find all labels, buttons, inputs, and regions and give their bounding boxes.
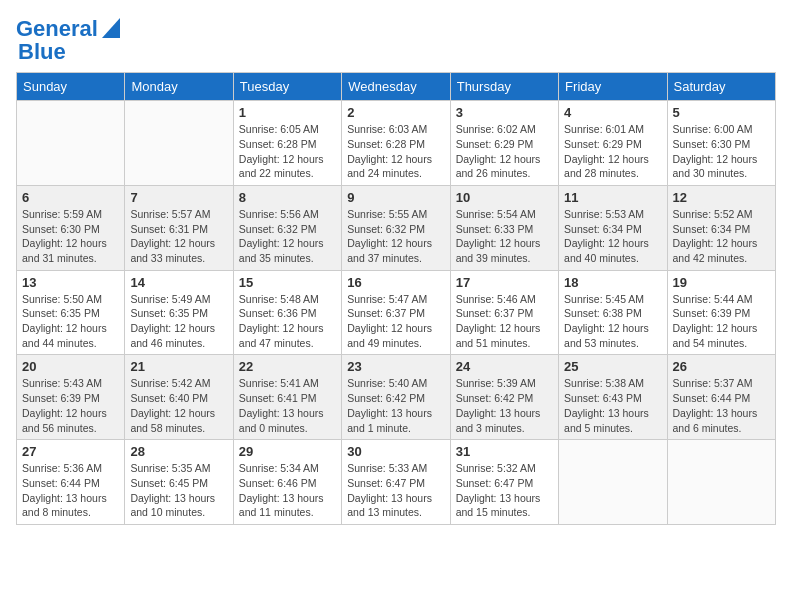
calendar-cell: 7Sunrise: 5:57 AM Sunset: 6:31 PM Daylig…: [125, 185, 233, 270]
day-number: 20: [22, 359, 119, 374]
calendar-cell: 2Sunrise: 6:03 AM Sunset: 6:28 PM Daylig…: [342, 101, 450, 186]
day-number: 15: [239, 275, 336, 290]
day-number: 4: [564, 105, 661, 120]
calendar-cell: [17, 101, 125, 186]
day-number: 9: [347, 190, 444, 205]
calendar-cell: 12Sunrise: 5:52 AM Sunset: 6:34 PM Dayli…: [667, 185, 775, 270]
day-info: Sunrise: 5:33 AM Sunset: 6:47 PM Dayligh…: [347, 461, 444, 520]
calendar-cell: 14Sunrise: 5:49 AM Sunset: 6:35 PM Dayli…: [125, 270, 233, 355]
calendar-cell: 1Sunrise: 6:05 AM Sunset: 6:28 PM Daylig…: [233, 101, 341, 186]
calendar-cell: [125, 101, 233, 186]
day-info: Sunrise: 5:38 AM Sunset: 6:43 PM Dayligh…: [564, 376, 661, 435]
day-info: Sunrise: 5:47 AM Sunset: 6:37 PM Dayligh…: [347, 292, 444, 351]
day-number: 7: [130, 190, 227, 205]
day-number: 31: [456, 444, 553, 459]
day-number: 8: [239, 190, 336, 205]
calendar-week-1: 1Sunrise: 6:05 AM Sunset: 6:28 PM Daylig…: [17, 101, 776, 186]
calendar-cell: 13Sunrise: 5:50 AM Sunset: 6:35 PM Dayli…: [17, 270, 125, 355]
day-info: Sunrise: 6:00 AM Sunset: 6:30 PM Dayligh…: [673, 122, 770, 181]
calendar-cell: 28Sunrise: 5:35 AM Sunset: 6:45 PM Dayli…: [125, 440, 233, 525]
weekday-header-saturday: Saturday: [667, 73, 775, 101]
calendar-week-2: 6Sunrise: 5:59 AM Sunset: 6:30 PM Daylig…: [17, 185, 776, 270]
calendar-week-5: 27Sunrise: 5:36 AM Sunset: 6:44 PM Dayli…: [17, 440, 776, 525]
calendar-cell: 9Sunrise: 5:55 AM Sunset: 6:32 PM Daylig…: [342, 185, 450, 270]
weekday-header-monday: Monday: [125, 73, 233, 101]
page-header: General Blue: [16, 16, 776, 64]
calendar-table: SundayMondayTuesdayWednesdayThursdayFrid…: [16, 72, 776, 525]
day-number: 23: [347, 359, 444, 374]
svg-marker-0: [102, 18, 120, 38]
day-info: Sunrise: 5:57 AM Sunset: 6:31 PM Dayligh…: [130, 207, 227, 266]
day-info: Sunrise: 5:56 AM Sunset: 6:32 PM Dayligh…: [239, 207, 336, 266]
day-number: 10: [456, 190, 553, 205]
calendar-cell: 8Sunrise: 5:56 AM Sunset: 6:32 PM Daylig…: [233, 185, 341, 270]
day-number: 26: [673, 359, 770, 374]
day-info: Sunrise: 5:59 AM Sunset: 6:30 PM Dayligh…: [22, 207, 119, 266]
calendar-cell: 5Sunrise: 6:00 AM Sunset: 6:30 PM Daylig…: [667, 101, 775, 186]
day-number: 3: [456, 105, 553, 120]
day-info: Sunrise: 6:03 AM Sunset: 6:28 PM Dayligh…: [347, 122, 444, 181]
day-info: Sunrise: 5:41 AM Sunset: 6:41 PM Dayligh…: [239, 376, 336, 435]
day-info: Sunrise: 5:43 AM Sunset: 6:39 PM Dayligh…: [22, 376, 119, 435]
day-number: 2: [347, 105, 444, 120]
day-info: Sunrise: 5:52 AM Sunset: 6:34 PM Dayligh…: [673, 207, 770, 266]
day-info: Sunrise: 6:05 AM Sunset: 6:28 PM Dayligh…: [239, 122, 336, 181]
calendar-cell: 16Sunrise: 5:47 AM Sunset: 6:37 PM Dayli…: [342, 270, 450, 355]
day-number: 11: [564, 190, 661, 205]
day-info: Sunrise: 5:55 AM Sunset: 6:32 PM Dayligh…: [347, 207, 444, 266]
calendar-cell: 25Sunrise: 5:38 AM Sunset: 6:43 PM Dayli…: [559, 355, 667, 440]
weekday-header-tuesday: Tuesday: [233, 73, 341, 101]
weekday-header-thursday: Thursday: [450, 73, 558, 101]
weekday-header-sunday: Sunday: [17, 73, 125, 101]
day-info: Sunrise: 5:50 AM Sunset: 6:35 PM Dayligh…: [22, 292, 119, 351]
day-number: 29: [239, 444, 336, 459]
day-info: Sunrise: 5:32 AM Sunset: 6:47 PM Dayligh…: [456, 461, 553, 520]
day-info: Sunrise: 5:42 AM Sunset: 6:40 PM Dayligh…: [130, 376, 227, 435]
day-info: Sunrise: 5:45 AM Sunset: 6:38 PM Dayligh…: [564, 292, 661, 351]
weekday-header-wednesday: Wednesday: [342, 73, 450, 101]
calendar-cell: 31Sunrise: 5:32 AM Sunset: 6:47 PM Dayli…: [450, 440, 558, 525]
calendar-cell: 23Sunrise: 5:40 AM Sunset: 6:42 PM Dayli…: [342, 355, 450, 440]
day-number: 6: [22, 190, 119, 205]
day-info: Sunrise: 5:53 AM Sunset: 6:34 PM Dayligh…: [564, 207, 661, 266]
day-info: Sunrise: 5:37 AM Sunset: 6:44 PM Dayligh…: [673, 376, 770, 435]
calendar-cell: 19Sunrise: 5:44 AM Sunset: 6:39 PM Dayli…: [667, 270, 775, 355]
calendar-cell: 3Sunrise: 6:02 AM Sunset: 6:29 PM Daylig…: [450, 101, 558, 186]
day-number: 28: [130, 444, 227, 459]
calendar-header-row: SundayMondayTuesdayWednesdayThursdayFrid…: [17, 73, 776, 101]
calendar-cell: [667, 440, 775, 525]
day-info: Sunrise: 5:46 AM Sunset: 6:37 PM Dayligh…: [456, 292, 553, 351]
calendar-cell: 10Sunrise: 5:54 AM Sunset: 6:33 PM Dayli…: [450, 185, 558, 270]
calendar-cell: 21Sunrise: 5:42 AM Sunset: 6:40 PM Dayli…: [125, 355, 233, 440]
day-number: 22: [239, 359, 336, 374]
day-info: Sunrise: 6:01 AM Sunset: 6:29 PM Dayligh…: [564, 122, 661, 181]
logo: General Blue: [16, 16, 120, 64]
day-number: 16: [347, 275, 444, 290]
calendar-cell: 18Sunrise: 5:45 AM Sunset: 6:38 PM Dayli…: [559, 270, 667, 355]
day-number: 27: [22, 444, 119, 459]
day-number: 21: [130, 359, 227, 374]
day-number: 5: [673, 105, 770, 120]
day-number: 18: [564, 275, 661, 290]
day-number: 14: [130, 275, 227, 290]
day-info: Sunrise: 5:35 AM Sunset: 6:45 PM Dayligh…: [130, 461, 227, 520]
calendar-cell: 11Sunrise: 5:53 AM Sunset: 6:34 PM Dayli…: [559, 185, 667, 270]
calendar-cell: 27Sunrise: 5:36 AM Sunset: 6:44 PM Dayli…: [17, 440, 125, 525]
day-number: 24: [456, 359, 553, 374]
calendar-cell: 17Sunrise: 5:46 AM Sunset: 6:37 PM Dayli…: [450, 270, 558, 355]
day-number: 19: [673, 275, 770, 290]
day-info: Sunrise: 5:54 AM Sunset: 6:33 PM Dayligh…: [456, 207, 553, 266]
calendar-cell: 4Sunrise: 6:01 AM Sunset: 6:29 PM Daylig…: [559, 101, 667, 186]
day-number: 13: [22, 275, 119, 290]
logo-icon: [102, 18, 120, 38]
day-info: Sunrise: 5:39 AM Sunset: 6:42 PM Dayligh…: [456, 376, 553, 435]
day-info: Sunrise: 5:40 AM Sunset: 6:42 PM Dayligh…: [347, 376, 444, 435]
calendar-cell: 6Sunrise: 5:59 AM Sunset: 6:30 PM Daylig…: [17, 185, 125, 270]
logo-blue-text: Blue: [18, 40, 66, 64]
day-number: 30: [347, 444, 444, 459]
day-info: Sunrise: 6:02 AM Sunset: 6:29 PM Dayligh…: [456, 122, 553, 181]
day-info: Sunrise: 5:44 AM Sunset: 6:39 PM Dayligh…: [673, 292, 770, 351]
weekday-header-friday: Friday: [559, 73, 667, 101]
day-info: Sunrise: 5:36 AM Sunset: 6:44 PM Dayligh…: [22, 461, 119, 520]
day-number: 25: [564, 359, 661, 374]
